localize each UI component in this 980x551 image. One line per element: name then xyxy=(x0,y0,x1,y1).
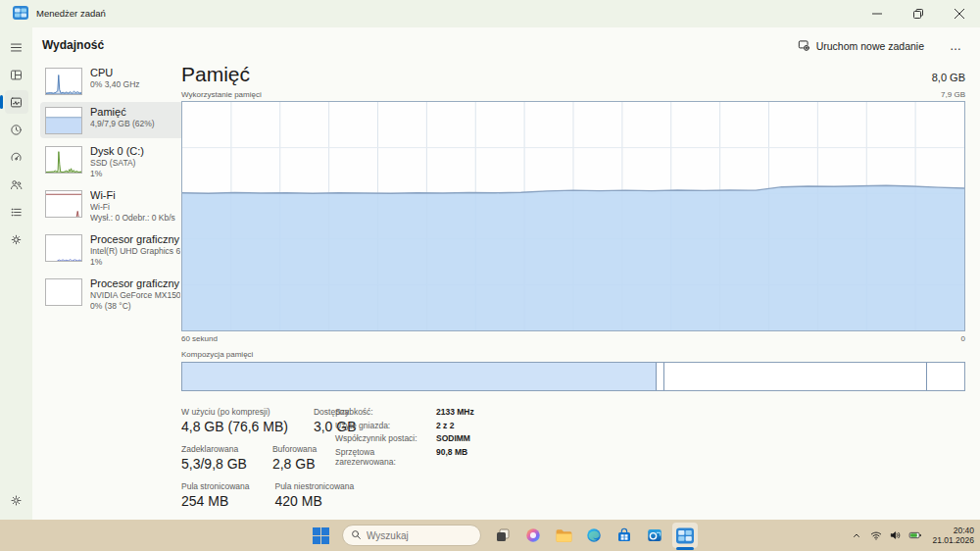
window-title: Menedżer zadań xyxy=(36,8,106,19)
content-area: Wydajność Uruchom nowe zadanie … CPU 0% xyxy=(32,27,980,520)
stat-non-paged-pool: Pula niestronicowana 420 MB xyxy=(274,481,354,510)
task-manager-taskbar-icon[interactable] xyxy=(672,523,698,548)
stat-paged-pool: Pula stronicowana 254 MB xyxy=(181,481,249,510)
tray-battery-icon[interactable] xyxy=(906,525,924,546)
chart-time-zero: 0 xyxy=(961,334,965,343)
page-title: Wydajność xyxy=(42,38,104,52)
restore-button[interactable] xyxy=(898,0,939,27)
titlebar: Menedżer zadań xyxy=(0,0,980,27)
store-icon[interactable] xyxy=(612,523,637,548)
memory-composition-bar xyxy=(181,362,965,391)
memory-stats: W użyciu (po kompresji) 4,8 GB (76,6 MB)… xyxy=(181,407,965,510)
settings-icon[interactable] xyxy=(5,488,28,512)
more-options-button[interactable]: … xyxy=(944,37,968,55)
composition-label: Kompozycja pamięci xyxy=(181,350,965,359)
composition-segment-in-use xyxy=(182,363,657,390)
composition-segment-free xyxy=(927,363,964,390)
memory-details: Szybkość: 2133 MHz Użyte gniazda: 2 z 2 … xyxy=(335,407,474,470)
memory-thumbnail-chart xyxy=(45,107,82,134)
wifi-thumbnail-chart xyxy=(45,190,82,218)
copilot-icon[interactable] xyxy=(520,523,546,548)
app-history-icon[interactable] xyxy=(5,118,28,141)
task-manager-logo-icon xyxy=(13,6,28,20)
sidebar-item-gpu1[interactable]: Procesor graficzny NVIDIA GeForce MX150 … xyxy=(40,274,185,315)
search-icon xyxy=(351,526,362,544)
memory-total: 8,0 GB xyxy=(932,72,965,83)
sidebar-item-disk[interactable]: Dysk 0 (C:) SSD (SATA) 1% xyxy=(40,141,185,182)
users-icon[interactable] xyxy=(5,173,28,196)
chart-usage-label: Wykorzystanie pamięci xyxy=(181,90,262,99)
memory-usage-chart xyxy=(181,101,965,331)
memory-panel: Pamięć 8,0 GB Wykorzystanie pamięci 7,9 … xyxy=(181,63,965,519)
stat-cached: Buforowana 2,8 GB xyxy=(272,444,317,473)
performance-sidebar: CPU 0% 3,40 GHz Pamięć 4,9/7,9 GB (62%) xyxy=(40,63,185,318)
tray-clock[interactable]: 20:40 21.01.2026 xyxy=(932,526,974,545)
stat-committed: Zadeklarowana 5,3/9,8 GB xyxy=(181,444,247,473)
taskbar: 20:40 21.01.2026 xyxy=(0,520,980,551)
sidebar-item-memory[interactable]: Pamięć 4,9/7,9 GB (62%) xyxy=(40,102,185,138)
gpu0-thumbnail-chart xyxy=(45,234,82,262)
outlook-icon[interactable] xyxy=(642,523,667,548)
file-explorer-icon[interactable] xyxy=(551,523,576,548)
new-task-icon xyxy=(797,38,810,54)
taskbar-search[interactable] xyxy=(342,525,481,546)
processes-icon[interactable] xyxy=(5,63,28,86)
task-view-button[interactable] xyxy=(490,523,515,548)
sidebar-item-gpu0[interactable]: Procesor graficzny Intel(R) UHD Graphics… xyxy=(40,229,185,271)
composition-segment-standby xyxy=(664,363,927,390)
startup-apps-icon[interactable] xyxy=(5,145,28,169)
run-new-task-button[interactable]: Uruchom nowe zadanie xyxy=(791,35,930,57)
tray-volume-icon[interactable] xyxy=(887,525,905,546)
menu-icon[interactable] xyxy=(5,35,28,59)
sidebar-item-wifi[interactable]: Wi-Fi Wi-Fi Wysł.: 0 Odebr.: 0 Kb/s xyxy=(40,185,185,226)
stat-in-use: W użyciu (po kompresji) 4,8 GB (76,6 MB) xyxy=(181,407,288,435)
close-button[interactable] xyxy=(939,0,980,27)
minimize-button[interactable] xyxy=(857,0,898,27)
panel-title: Pamięć xyxy=(181,63,250,86)
composition-segment-modified xyxy=(657,363,663,390)
start-button[interactable] xyxy=(308,523,333,548)
cpu-thumbnail-chart xyxy=(45,68,82,95)
tray-wifi-icon[interactable] xyxy=(867,525,885,546)
edge-icon[interactable] xyxy=(581,523,607,548)
tray-chevron-up-icon[interactable] xyxy=(848,525,865,546)
performance-icon[interactable] xyxy=(5,90,28,114)
chart-max-label: 7,9 GB xyxy=(941,90,965,99)
disk-thumbnail-chart xyxy=(45,146,82,174)
gpu1-thumbnail-chart xyxy=(45,278,82,306)
nav-rail xyxy=(0,27,32,520)
chart-time-label: 60 sekund xyxy=(181,334,218,343)
clock-time: 20:40 xyxy=(932,526,974,535)
sidebar-item-cpu[interactable]: CPU 0% 3,40 GHz xyxy=(40,63,185,99)
search-input[interactable] xyxy=(367,530,465,541)
clock-date: 21.01.2026 xyxy=(932,535,974,545)
services-icon[interactable] xyxy=(5,227,28,251)
details-icon[interactable] xyxy=(5,200,28,224)
